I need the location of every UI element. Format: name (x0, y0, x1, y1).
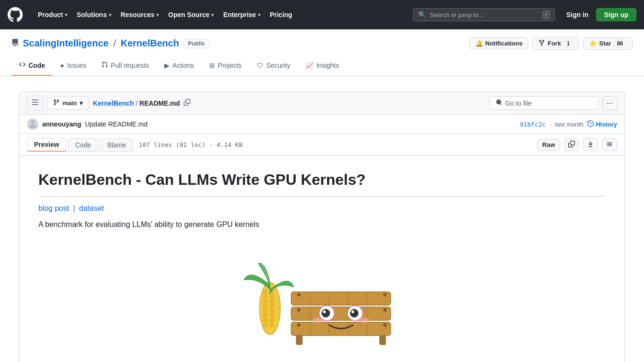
file-toolbar: Preview Code Blame 107 lines (82 loc) · … (19, 134, 625, 156)
svg-point-19 (384, 293, 387, 296)
resources-menu[interactable]: Resources ▾ (117, 8, 163, 21)
enterprise-menu[interactable]: Enterprise ▾ (219, 8, 264, 21)
tab-insights[interactable]: 📈 Insights (298, 55, 347, 76)
bell-icon: 🔔 (475, 40, 483, 47)
repo-separator: / (113, 38, 116, 49)
signin-button[interactable]: Sign in (563, 8, 592, 21)
tab-issues-label: Issues (67, 62, 86, 69)
commit-hash[interactable]: 91bfc2c (520, 121, 546, 128)
navbar-links: Product ▾ Solutions ▾ Resources ▾ Open S… (34, 8, 405, 21)
commit-dot-separator: · (550, 121, 552, 128)
breadcrumb-repo[interactable]: KernelBench (93, 100, 134, 107)
blog-post-link[interactable]: blog post (38, 204, 69, 212)
fork-button[interactable]: Fork 1 (532, 37, 579, 50)
tab-insights-label: Insights (316, 62, 339, 69)
svg-rect-16 (296, 335, 303, 345)
readme-description: A benchmark for evaluating LLMs' ability… (38, 218, 606, 231)
svg-point-45 (263, 318, 268, 322)
svg-point-29 (351, 310, 354, 313)
go-to-file-button[interactable]: Go to file (490, 96, 599, 110)
commit-author[interactable]: anneouyang (42, 120, 81, 128)
breadcrumb: KernelBench / README.md (93, 98, 485, 108)
issues-icon: ● (60, 62, 64, 69)
open-source-chevron-icon: ▾ (211, 12, 214, 18)
branch-selector[interactable]: main ▾ (47, 97, 89, 109)
svg-point-44 (269, 314, 274, 317)
svg-point-37 (263, 299, 268, 303)
tab-security[interactable]: 🛡 Security (249, 55, 298, 76)
product-menu[interactable]: Product ▾ (34, 8, 71, 21)
repo-name[interactable]: KernelBench (121, 38, 179, 49)
avatar (27, 118, 38, 130)
copy-path-button[interactable] (182, 98, 192, 108)
actions-icon: ▶ (164, 62, 170, 69)
repo-icon (11, 38, 19, 49)
blame-tab[interactable]: Blame (100, 138, 133, 152)
commit-time: last month (555, 121, 583, 128)
enterprise-chevron-icon: ▾ (258, 12, 260, 18)
svg-point-23 (384, 323, 387, 326)
resources-chevron-icon: ▾ (156, 12, 159, 18)
tab-pull-requests[interactable]: Pull requests (94, 55, 157, 76)
pull-requests-icon (101, 61, 108, 69)
svg-point-39 (263, 304, 268, 308)
svg-rect-17 (379, 335, 386, 345)
readme-links: blog post | dataset (38, 204, 606, 213)
tab-code[interactable]: Code (11, 55, 53, 76)
svg-point-33 (263, 290, 268, 294)
history-button[interactable]: History (587, 120, 617, 128)
repo-owner[interactable]: ScalingIntelligence (23, 38, 108, 49)
svg-point-30 (313, 317, 322, 323)
tab-projects[interactable]: ⊞ Projects (202, 55, 250, 76)
svg-point-48 (269, 323, 274, 327)
more-options-button[interactable]: ··· (602, 96, 617, 110)
svg-point-35 (263, 295, 268, 299)
solutions-menu[interactable]: Solutions ▾ (73, 8, 115, 21)
notifications-button[interactable]: 🔔 Notifications (469, 37, 529, 49)
raw-button[interactable]: Raw (537, 139, 560, 151)
readme-link-separator: | (73, 204, 75, 212)
search-shortcut: / (543, 10, 550, 19)
outline-button[interactable] (602, 138, 617, 151)
solutions-chevron-icon: ▾ (109, 12, 111, 18)
insights-icon: 📈 (305, 62, 313, 69)
tab-actions[interactable]: ▶ Actions (157, 55, 202, 76)
copy-raw-button[interactable] (564, 138, 579, 151)
repo-header: ScalingIntelligence / KernelBench Public… (0, 29, 644, 76)
repo-actions: 🔔 Notifications Fork 1 ⭐ Star 86 (469, 37, 633, 50)
branch-icon (53, 99, 60, 107)
code-tab[interactable]: Code (68, 138, 98, 152)
search-icon: 🔍 (418, 11, 426, 18)
github-logo[interactable] (8, 7, 23, 22)
svg-rect-1 (291, 292, 391, 305)
svg-point-36 (269, 295, 274, 299)
sidebar-toggle-button[interactable] (27, 96, 43, 110)
branch-chevron-icon: ▾ (80, 100, 83, 107)
dataset-link[interactable]: dataset (79, 204, 104, 212)
page-container: Product ▾ Solutions ▾ Resources ▾ Open S… (0, 0, 644, 362)
security-icon: 🛡 (257, 62, 263, 69)
star-button[interactable]: ⭐ Star 86 (583, 37, 633, 50)
repo-header-top: ScalingIntelligence / KernelBench Public… (11, 37, 633, 50)
tab-pull-requests-label: Pull requests (111, 62, 149, 69)
signup-button[interactable]: Sign up (596, 8, 636, 21)
file-meta: 107 lines (82 loc) · 4.14 KB (139, 141, 242, 148)
tab-issues[interactable]: ● Issues (53, 55, 94, 76)
download-button[interactable] (583, 138, 598, 151)
visibility-badge: Public (183, 39, 210, 48)
preview-tab[interactable]: Preview (27, 138, 66, 152)
pricing-link[interactable]: Pricing (266, 8, 296, 21)
svg-point-40 (269, 304, 274, 308)
svg-point-43 (263, 314, 268, 317)
readme-title: KernelBench - Can LLMs Write GPU Kernels… (38, 171, 606, 197)
svg-rect-6 (291, 307, 391, 320)
commit-bar: anneouyang Update README.md 91bfc2c · la… (19, 115, 625, 134)
readme-content: KernelBench - Can LLMs Write GPU Kernels… (19, 156, 625, 362)
open-source-menu[interactable]: Open Source ▾ (164, 8, 217, 21)
fork-icon (538, 39, 545, 47)
repo-title: ScalingIntelligence / KernelBench Public (11, 38, 210, 49)
search-bar[interactable]: 🔍 Search or jump to... / (413, 8, 555, 21)
svg-point-25 (322, 309, 330, 317)
tab-actions-label: Actions (172, 62, 194, 69)
navbar-actions: Sign in Sign up (563, 8, 636, 21)
